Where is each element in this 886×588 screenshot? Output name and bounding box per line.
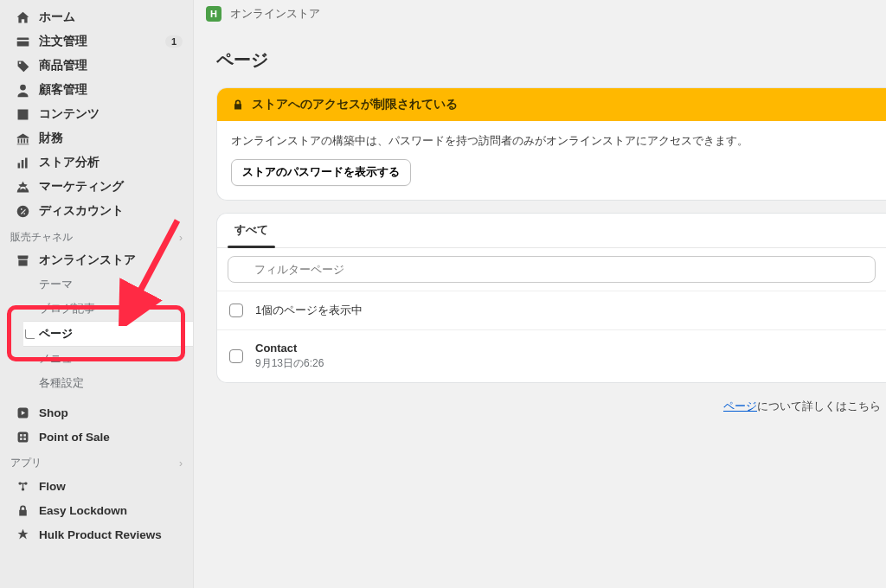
- nav-label: Easy Lockdown: [39, 504, 127, 517]
- subnav-label: ページ: [39, 326, 73, 342]
- nav-label: ストア分析: [39, 155, 100, 170]
- subnav-label: テーマ: [39, 277, 73, 292]
- nav-discounts[interactable]: ディスカウント: [0, 199, 193, 223]
- section-label-text: アプリ: [10, 456, 42, 470]
- list-count-text: 1個のページを表示中: [255, 303, 363, 318]
- row-title: Contact: [255, 342, 324, 355]
- analytics-icon: [15, 155, 30, 170]
- marketing-icon: [15, 179, 30, 195]
- subnav-preferences[interactable]: 各種設定: [23, 371, 193, 395]
- list-header-row: 1個のページを表示中: [217, 291, 886, 330]
- nav-finance[interactable]: 財務: [0, 126, 193, 150]
- section-apps: アプリ ›: [0, 449, 193, 474]
- nav-label: 注文管理: [39, 34, 87, 49]
- table-row[interactable]: Contact 9月13日の6:26: [217, 330, 886, 382]
- nav-label: Flow: [39, 480, 66, 493]
- alert-title: ストアへのアクセスが制限されている: [252, 97, 458, 112]
- sidebar: ホーム 注文管理 1 商品管理 顧客管理 コンテンツ: [0, 0, 194, 588]
- subnav-blog-posts[interactable]: ブログ記事: [23, 297, 193, 321]
- online-store-subnav: テーマ ブログ記事 ページ メニュー 各種設定: [0, 272, 193, 395]
- content-icon: [15, 106, 30, 122]
- section-label-text: 販売チャネル: [10, 230, 73, 245]
- nav-label: 商品管理: [39, 58, 87, 74]
- password-alert-card: ストアへのアクセスが制限されている オンラインストアの構築中は、パスワードを持つ…: [216, 87, 886, 201]
- svg-rect-2: [20, 434, 22, 437]
- nav-label: 財務: [39, 131, 63, 146]
- discounts-icon: [15, 203, 30, 219]
- tab-all[interactable]: すべて: [228, 214, 275, 247]
- reviews-icon: [15, 527, 30, 542]
- nav-label: 顧客管理: [39, 82, 87, 98]
- store-icon: [15, 252, 30, 268]
- app-logo-icon: H: [206, 6, 222, 22]
- pages-list-card: すべて 1個のページを表示中 Contact: [216, 213, 886, 383]
- nav-app-lockdown[interactable]: Easy Lockdown: [0, 498, 193, 522]
- subnav-label: メニュー: [39, 351, 84, 367]
- alert-body: オンラインストアの構築中は、パスワードを持つ訪問者のみがオンラインストアにアクセ…: [231, 133, 872, 149]
- nav-marketing[interactable]: マーケティング: [0, 175, 193, 199]
- nav-label: Point of Sale: [39, 431, 110, 444]
- nav-label: ディスカウント: [39, 203, 124, 219]
- nav-app-reviews[interactable]: Hulk Product Reviews: [0, 522, 193, 546]
- nav-pos-channel[interactable]: Point of Sale: [0, 425, 193, 449]
- nav-app-flow[interactable]: Flow: [0, 474, 193, 498]
- alert-banner: ストアへのアクセスが制限されている: [217, 88, 886, 121]
- subnav-pages[interactable]: ページ: [23, 321, 193, 347]
- subnav-label: 各種設定: [39, 375, 84, 391]
- customers-icon: [15, 82, 30, 98]
- show-password-button[interactable]: ストアのパスワードを表示する: [231, 159, 411, 186]
- nav-label: ホーム: [39, 10, 75, 25]
- svg-rect-3: [23, 434, 26, 437]
- lock-icon: [15, 502, 30, 518]
- nav-label: コンテンツ: [39, 106, 100, 122]
- home-icon: [15, 10, 30, 25]
- nav-label: Hulk Product Reviews: [39, 528, 162, 541]
- nav-label: マーケティング: [39, 179, 124, 195]
- orders-icon: [15, 34, 30, 49]
- orders-badge: 1: [165, 35, 183, 48]
- filter-input[interactable]: [228, 256, 876, 283]
- footer-help-suffix: について詳しくはこちら: [757, 399, 881, 412]
- nav-products[interactable]: 商品管理: [0, 54, 193, 78]
- tab-label: すべて: [234, 223, 268, 236]
- tabs: すべて: [217, 214, 886, 248]
- svg-rect-4: [20, 438, 22, 440]
- footer-help: ページについて詳しくはこちら: [216, 383, 886, 414]
- breadcrumb-title: オンラインストア: [230, 6, 320, 22]
- nav-analytics[interactable]: ストア分析: [0, 150, 193, 175]
- flow-icon: [15, 478, 30, 494]
- nav-content[interactable]: コンテンツ: [0, 102, 193, 126]
- lock-icon: [231, 98, 245, 112]
- select-all-checkbox[interactable]: [229, 304, 243, 317]
- pos-icon: [15, 429, 30, 444]
- nav-home[interactable]: ホーム: [0, 5, 193, 29]
- footer-help-link[interactable]: ページ: [723, 399, 757, 412]
- page-title: ページ: [216, 48, 886, 72]
- nav-shop-channel[interactable]: Shop: [0, 400, 193, 425]
- finance-icon: [15, 131, 30, 146]
- nav-label: Shop: [39, 406, 68, 419]
- products-icon: [15, 58, 30, 74]
- nav-label: オンラインストア: [39, 252, 136, 268]
- subnav-themes[interactable]: テーマ: [23, 272, 193, 297]
- nav-orders[interactable]: 注文管理 1: [0, 29, 193, 54]
- nav-customers[interactable]: 顧客管理: [0, 78, 193, 102]
- subnav-label: ブログ記事: [39, 301, 95, 316]
- svg-rect-1: [17, 431, 28, 442]
- breadcrumb: H オンラインストア: [194, 0, 886, 28]
- shop-icon: [15, 405, 30, 420]
- chevron-right-icon[interactable]: ›: [179, 232, 183, 244]
- svg-rect-5: [23, 438, 26, 440]
- subnav-navigation[interactable]: メニュー: [23, 347, 193, 371]
- row-checkbox[interactable]: [229, 349, 243, 363]
- main-content: H オンラインストア ページ ストアへのアクセスが制限されている オンラインスト…: [194, 0, 886, 588]
- nav-online-store[interactable]: オンラインストア: [0, 248, 193, 272]
- chevron-right-icon[interactable]: ›: [179, 457, 183, 470]
- row-subtitle: 9月13日の6:26: [255, 356, 324, 371]
- section-sales-channels: 販売チャネル ›: [0, 223, 193, 248]
